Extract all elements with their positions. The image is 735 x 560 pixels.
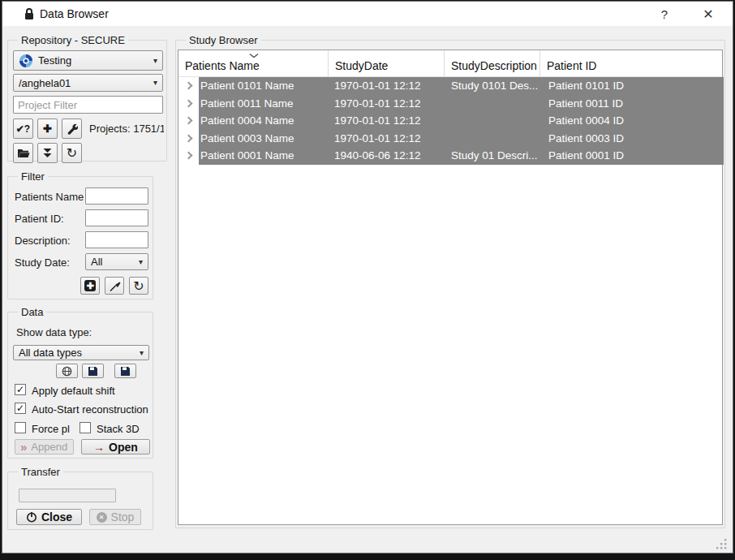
cell-study-date: 1970-01-01 12:12 (334, 97, 443, 110)
table-row[interactable]: Patient 0101 Name 1970-01-01 12:12 Study… (179, 77, 724, 95)
titlebar[interactable]: Data Browser ? ✕ (2, 2, 733, 26)
data-type-value: All data types (19, 347, 82, 359)
cell-patient-id: Patient 0003 ID (548, 132, 719, 144)
force-checkbox[interactable] (15, 422, 26, 433)
project-filter-input[interactable] (13, 96, 163, 114)
description-input[interactable] (85, 231, 148, 248)
cell-study-date: 1940-06-06 12:12 (334, 149, 443, 162)
cell-study-description: Study 01 Descri... (451, 149, 542, 162)
verify-button[interactable]: ✔? (13, 118, 33, 139)
stack-3d-checkbox[interactable] (80, 422, 91, 433)
desktop-background: Data Browser ? ✕ Repository - SECURE Tes… (0, 0, 735, 560)
table-row[interactable]: Patient 0003 Name 1970-01-01 12:12 Patie… (179, 130, 724, 148)
description-label: Description: (15, 235, 84, 247)
repository-server-value: Testing (38, 54, 71, 67)
auto-start-reconstruction-checkbox[interactable]: ✓ (15, 403, 26, 414)
check-icon: ✓ (16, 384, 24, 395)
open-folder-button[interactable] (13, 143, 33, 163)
lock-icon (24, 7, 35, 21)
save-disk-icon (88, 366, 98, 377)
expand-chevron-icon[interactable] (185, 99, 193, 107)
column-header-patients-name[interactable]: Patients Name (178, 50, 329, 77)
apply-default-shift-label: Apply default shift (32, 385, 115, 397)
data-group-label: Data (18, 306, 46, 318)
power-circle-icon (26, 511, 37, 523)
check-question-icon: ✔? (16, 123, 30, 135)
close-window-button[interactable]: ✕ (690, 2, 726, 26)
cell-patient-id: Patient 0004 ID (548, 114, 719, 127)
repository-path-value: /anghela01 (19, 77, 71, 89)
patients-name-label: Patients Name: (15, 191, 84, 203)
column-header-study-date[interactable]: StudyDate (329, 50, 445, 77)
cell-patient-name: Patient 0004 Name (200, 114, 329, 127)
study-date-value: All (91, 256, 102, 268)
open-button[interactable]: → Open (81, 439, 150, 454)
append-button[interactable]: » Append (15, 439, 74, 454)
cell-patient-name: Patient 0101 Name (200, 80, 329, 92)
add-filter-button[interactable]: ✚ (80, 277, 100, 295)
expand-chevron-icon[interactable] (185, 134, 193, 142)
chevron-down-icon: ▾ (140, 348, 144, 357)
globe-icon (62, 366, 72, 377)
study-table[interactable]: Patients Name StudyDate StudyDescription… (178, 50, 723, 525)
repository-path-combo[interactable]: /anghela01 ▾ (13, 74, 163, 92)
globe-export-button[interactable] (56, 364, 78, 378)
repository-server-combo[interactable]: Testing ▾ (13, 50, 163, 71)
refresh-projects-button[interactable]: ↻ (62, 143, 82, 163)
help-button[interactable]: ? (647, 2, 682, 26)
table-row[interactable]: Patient 0004 Name 1970-01-01 12:12 Patie… (179, 112, 724, 130)
transfer-close-button[interactable]: Close (16, 509, 82, 525)
patients-name-input[interactable] (85, 187, 148, 205)
cell-patient-id: Patient 0101 ID (548, 80, 719, 92)
save-local-button[interactable] (82, 364, 104, 378)
data-type-combo[interactable]: All data types ▾ (13, 345, 149, 360)
plus-icon: ✚ (43, 123, 52, 135)
folder-icon (17, 148, 30, 158)
cell-patient-id: Patient 0001 ID (548, 149, 719, 162)
column-header-study-description[interactable]: StudyDescription (445, 50, 540, 77)
double-down-arrow-icon (42, 148, 53, 159)
repository-group: Repository - SECURE Testing ▾ /anghela01… (7, 40, 167, 162)
settings-button[interactable] (62, 118, 82, 139)
double-chevron-right-icon: » (20, 440, 27, 454)
transfer-stop-button[interactable]: ✕ Stop (89, 509, 141, 525)
cell-study-description: Study 0101 Des... (451, 80, 542, 92)
study-date-combo[interactable]: All ▾ (85, 253, 148, 270)
cell-patient-name: Patient 0003 Name (200, 132, 329, 144)
table-row[interactable]: Patient 0011 Name 1970-01-01 12:12 Patie… (179, 95, 724, 113)
save-remote-button[interactable] (114, 364, 136, 378)
data-group: Data Show data type: All data types ▾ (7, 312, 153, 459)
refresh-filter-button[interactable]: ↻ (129, 277, 148, 295)
stop-circle-icon: ✕ (97, 512, 107, 523)
expand-chevron-icon[interactable] (185, 82, 193, 90)
apply-default-shift-checkbox[interactable]: ✓ (15, 384, 26, 395)
import-button[interactable] (37, 143, 58, 163)
patient-id-input[interactable] (85, 209, 148, 226)
cell-study-date: 1970-01-01 12:12 (334, 132, 443, 144)
study-table-header: Patients Name StudyDate StudyDescription… (178, 50, 722, 77)
refresh-icon: ↻ (67, 145, 77, 161)
expand-chevron-icon[interactable] (185, 117, 193, 125)
open-button-label: Open (109, 441, 138, 454)
table-row[interactable]: Patient 0001 Name 1940-06-06 12:12 Study… (179, 147, 724, 165)
clear-filter-button[interactable] (105, 277, 124, 295)
filter-group-label: Filter (18, 170, 48, 183)
transfer-group-label: Transfer (18, 466, 63, 478)
cell-study-date: 1970-01-01 12:12 (334, 114, 443, 127)
data-browser-window: Data Browser ? ✕ Repository - SECURE Tes… (2, 1, 733, 554)
expand-chevron-icon[interactable] (185, 152, 193, 160)
repository-logo-icon (19, 54, 33, 68)
transfer-close-label: Close (41, 510, 72, 523)
transfer-group: Transfer Close ✕ Stop (7, 472, 153, 530)
cell-patient-name: Patient 0011 Name (200, 97, 329, 110)
resize-grip[interactable] (716, 538, 728, 550)
repository-group-label: Repository - SECURE (18, 34, 128, 46)
broom-icon (109, 280, 121, 292)
cell-patient-id: Patient 0011 ID (548, 97, 719, 110)
check-icon: ✓ (16, 403, 24, 414)
cell-patient-name: Patient 0001 Name (200, 149, 329, 162)
add-project-button[interactable]: ✚ (37, 118, 58, 139)
column-header-patient-id[interactable]: Patient ID (540, 50, 722, 77)
transfer-stop-label: Stop (111, 510, 135, 523)
stack-3d-label: Stack 3D (97, 423, 140, 435)
